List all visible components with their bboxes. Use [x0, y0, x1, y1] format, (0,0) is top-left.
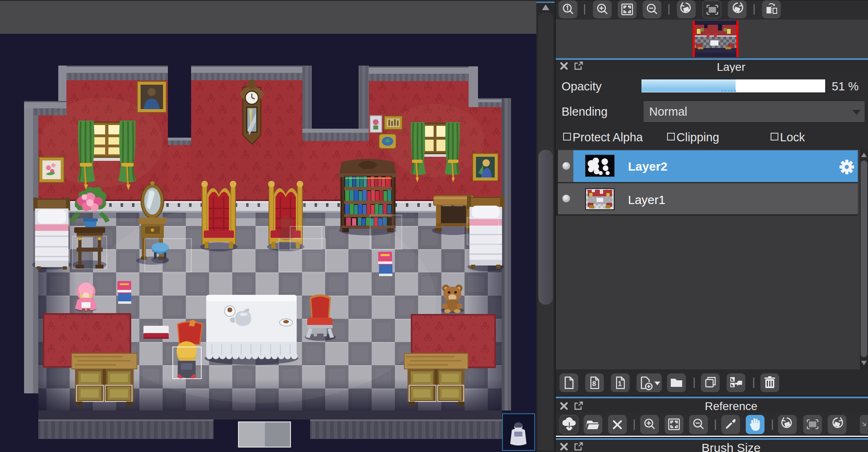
svg-text:8: 8: [592, 380, 596, 388]
svg-text:1: 1: [618, 380, 621, 388]
